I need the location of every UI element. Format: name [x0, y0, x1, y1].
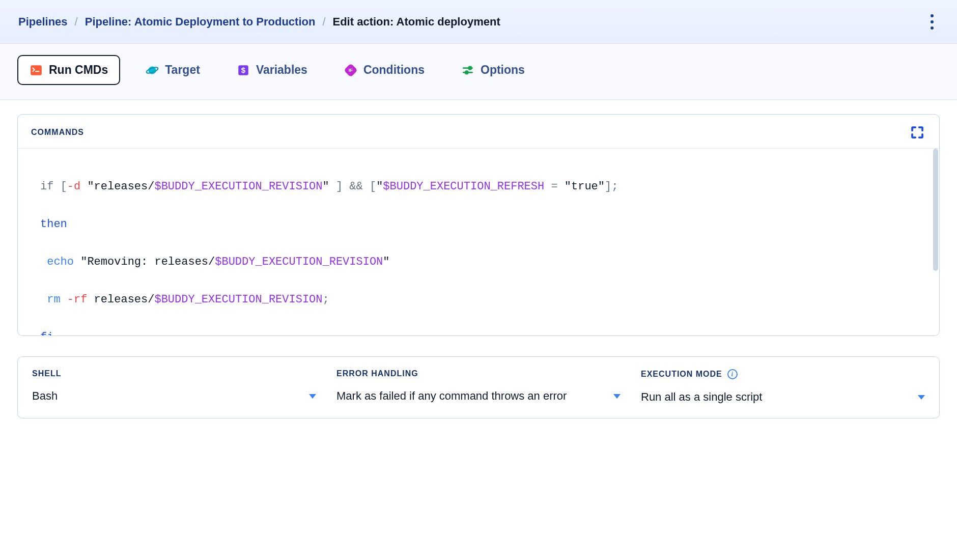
execution-mode-select[interactable]: Run all as a single script — [641, 390, 925, 404]
setting-error-handling: ERROR HANDLING Mark as failed if any com… — [336, 369, 621, 404]
info-icon[interactable]: i — [727, 369, 738, 379]
breadcrumb-sep: / — [75, 15, 78, 29]
chevron-down-icon — [918, 395, 925, 400]
tabs-row: Run CMDs Target $ Variables IF Condition… — [0, 44, 957, 100]
body: COMMANDS if [-d "releases/$BUDDY_EXECUTI… — [0, 100, 957, 436]
commands-editor[interactable]: if [-d "releases/$BUDDY_EXECUTION_REVISI… — [18, 148, 939, 335]
setting-shell: SHELL Bash — [32, 369, 316, 404]
breadcrumb-current: Edit action: Atomic deployment — [333, 15, 500, 29]
breadcrumb: Pipelines / Pipeline: Atomic Deployment … — [18, 15, 500, 29]
tab-target[interactable]: Target — [134, 56, 211, 84]
tab-label: Options — [481, 63, 525, 77]
svg-rect-0 — [31, 65, 42, 75]
tab-run-cmds[interactable]: Run CMDs — [17, 55, 120, 85]
commands-panel-head: COMMANDS — [18, 115, 939, 148]
svg-point-7 — [469, 66, 471, 69]
chevron-down-icon — [613, 394, 621, 399]
execution-mode-value: Run all as a single script — [641, 390, 762, 404]
tab-label: Target — [165, 63, 200, 77]
planet-icon — [146, 64, 159, 77]
more-menu-button[interactable] — [925, 9, 939, 35]
tab-variables[interactable]: $ Variables — [226, 56, 319, 84]
sliders-icon — [461, 64, 474, 77]
svg-text:IF: IF — [349, 67, 353, 73]
editor-scrollbar[interactable] — [933, 149, 938, 271]
condition-icon: IF — [344, 64, 357, 77]
error-handling-label: ERROR HANDLING — [336, 369, 621, 378]
error-handling-select[interactable]: Mark as failed if any command throws an … — [336, 389, 621, 403]
tab-label: Variables — [256, 63, 307, 77]
error-handling-value: Mark as failed if any command throws an … — [336, 389, 567, 403]
breadcrumb-sep: / — [322, 15, 325, 29]
svg-point-8 — [465, 71, 468, 73]
execution-mode-label: EXECUTION MODE i — [641, 369, 925, 379]
commands-title: COMMANDS — [31, 128, 84, 137]
tab-label: Conditions — [363, 63, 425, 77]
breadcrumb-pipeline[interactable]: Pipeline: Atomic Deployment to Productio… — [85, 15, 316, 29]
shell-label: SHELL — [32, 369, 316, 378]
chevron-down-icon — [309, 394, 316, 399]
tab-options[interactable]: Options — [450, 56, 536, 84]
header-bar: Pipelines / Pipeline: Atomic Deployment … — [0, 0, 957, 44]
breadcrumb-pipelines[interactable]: Pipelines — [18, 15, 68, 29]
expand-button[interactable] — [909, 124, 926, 141]
setting-execution-mode: EXECUTION MODE i Run all as a single scr… — [641, 369, 925, 404]
tab-conditions[interactable]: IF Conditions — [333, 56, 436, 84]
commands-panel: COMMANDS if [-d "releases/$BUDDY_EXECUTI… — [17, 114, 940, 336]
tab-label: Run CMDs — [49, 63, 108, 77]
svg-text:$: $ — [241, 66, 246, 74]
shell-value: Bash — [32, 389, 58, 403]
shell-select[interactable]: Bash — [32, 389, 316, 403]
settings-panel: SHELL Bash ERROR HANDLING Mark as failed… — [17, 356, 940, 418]
terminal-icon — [30, 64, 43, 77]
dollar-icon: $ — [237, 64, 250, 77]
